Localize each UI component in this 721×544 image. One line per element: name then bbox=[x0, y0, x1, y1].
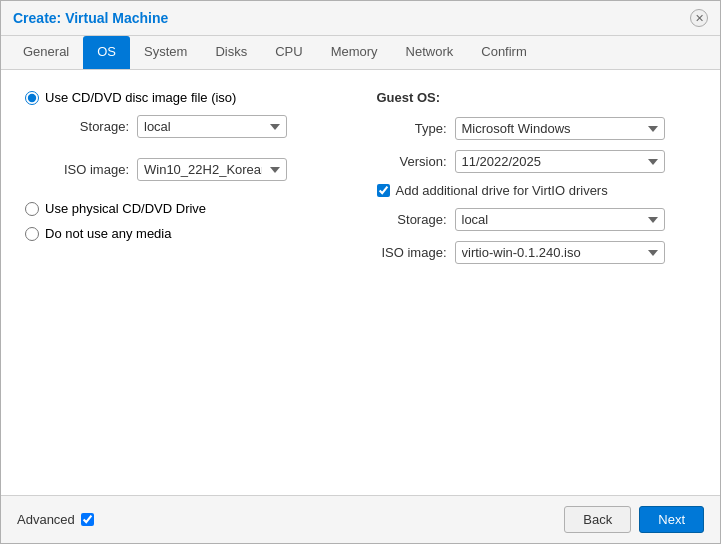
dialog-title: Create: Virtual Machine bbox=[13, 10, 168, 26]
next-button[interactable]: Next bbox=[639, 506, 704, 533]
guest-os-title: Guest OS: bbox=[377, 90, 697, 105]
radio-physical-label: Use physical CD/DVD Drive bbox=[45, 201, 206, 216]
version-select[interactable]: 11/2022/2025 bbox=[455, 150, 665, 173]
radio-iso-input[interactable] bbox=[25, 91, 39, 105]
storage-label: Storage: bbox=[49, 119, 129, 134]
footer: Advanced Back Next bbox=[1, 495, 720, 543]
storage-select[interactable]: local bbox=[137, 115, 287, 138]
radio-no-media-input[interactable] bbox=[25, 227, 39, 241]
tab-network[interactable]: Network bbox=[392, 36, 468, 69]
advanced-label: Advanced bbox=[17, 512, 75, 527]
virtio-iso-select[interactable]: virtio-win-0.1.240.iso bbox=[455, 241, 665, 264]
virtio-iso-label: ISO image: bbox=[377, 245, 447, 260]
virtio-checkbox[interactable] bbox=[377, 184, 390, 197]
tab-general[interactable]: General bbox=[9, 36, 83, 69]
tab-cpu[interactable]: CPU bbox=[261, 36, 316, 69]
version-row: Version: 11/2022/2025 bbox=[377, 150, 697, 173]
radio-no-media-label: Do not use any media bbox=[45, 226, 171, 241]
radio-iso[interactable]: Use CD/DVD disc image file (iso) bbox=[25, 90, 345, 105]
tab-confirm[interactable]: Confirm bbox=[467, 36, 541, 69]
dialog: Create: Virtual Machine ✕ General OS Sys… bbox=[0, 0, 721, 544]
title-bar: Create: Virtual Machine ✕ bbox=[1, 1, 720, 36]
left-column: Use CD/DVD disc image file (iso) Storage… bbox=[25, 90, 345, 274]
radio-iso-label: Use CD/DVD disc image file (iso) bbox=[45, 90, 236, 105]
virtio-storage-select[interactable]: local bbox=[455, 208, 665, 231]
media-radio-group: Use CD/DVD disc image file (iso) Storage… bbox=[25, 90, 345, 241]
footer-left: Advanced bbox=[17, 512, 94, 527]
type-label: Type: bbox=[377, 121, 447, 136]
virtio-label: Add additional drive for VirtIO drivers bbox=[396, 183, 608, 198]
version-label: Version: bbox=[377, 154, 447, 169]
iso-image-row: ISO image: Win10_22H2_Korean_ bbox=[49, 158, 345, 181]
virtio-storage-row: Storage: local bbox=[377, 208, 697, 231]
content-area: Use CD/DVD disc image file (iso) Storage… bbox=[1, 70, 720, 495]
radio-physical-input[interactable] bbox=[25, 202, 39, 216]
close-button[interactable]: ✕ bbox=[690, 9, 708, 27]
advanced-checkbox[interactable] bbox=[81, 513, 94, 526]
iso-image-select[interactable]: Win10_22H2_Korean_ bbox=[137, 158, 287, 181]
back-button[interactable]: Back bbox=[564, 506, 631, 533]
tab-bar: General OS System Disks CPU Memory Netwo… bbox=[1, 36, 720, 70]
tab-disks[interactable]: Disks bbox=[201, 36, 261, 69]
virtio-iso-row: ISO image: virtio-win-0.1.240.iso bbox=[377, 241, 697, 264]
storage-row: Storage: local bbox=[49, 115, 345, 138]
right-column: Guest OS: Type: Microsoft Windows Versio… bbox=[377, 90, 697, 274]
tab-memory[interactable]: Memory bbox=[317, 36, 392, 69]
tab-os[interactable]: OS bbox=[83, 36, 130, 69]
virtio-storage-label: Storage: bbox=[377, 212, 447, 227]
radio-no-media[interactable]: Do not use any media bbox=[25, 226, 345, 241]
type-row: Type: Microsoft Windows bbox=[377, 117, 697, 140]
type-select[interactable]: Microsoft Windows bbox=[455, 117, 665, 140]
virtio-checkbox-row: Add additional drive for VirtIO drivers bbox=[377, 183, 697, 198]
iso-image-label: ISO image: bbox=[49, 162, 129, 177]
radio-physical[interactable]: Use physical CD/DVD Drive bbox=[25, 201, 345, 216]
tab-system[interactable]: System bbox=[130, 36, 201, 69]
